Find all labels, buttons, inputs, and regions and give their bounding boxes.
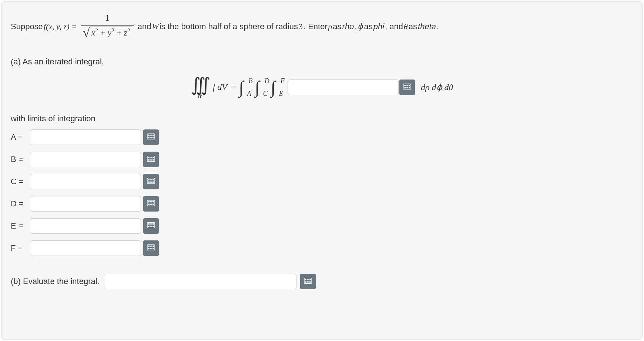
svg-rect-46 — [148, 248, 150, 249]
svg-rect-27 — [152, 182, 154, 183]
svg-rect-26 — [150, 182, 151, 183]
limit-input-d[interactable] — [30, 196, 141, 212]
limits-caption: with limits of integration — [11, 114, 633, 124]
prompt-text: Suppose f(x, y, z) = 1 √ x2 + y2 + z2 an… — [11, 11, 633, 42]
svg-rect-13 — [152, 137, 154, 138]
svg-rect-5 — [406, 87, 407, 88]
keypad-button-a[interactable] — [143, 129, 159, 145]
svg-rect-7 — [147, 134, 155, 139]
svg-rect-22 — [148, 179, 150, 180]
part-b-label: (b) Evaluate the integral. — [11, 277, 100, 289]
svg-rect-43 — [148, 246, 150, 247]
svg-rect-18 — [148, 159, 150, 161]
keypad-icon — [147, 200, 155, 207]
middle-integral-icon: ∫DC — [255, 78, 260, 96]
svg-rect-11 — [148, 137, 150, 138]
svg-rect-29 — [148, 201, 150, 202]
svg-rect-44 — [150, 246, 151, 247]
keypad-icon — [304, 278, 312, 285]
theta-text: theta — [418, 20, 436, 33]
svg-rect-36 — [148, 223, 150, 224]
svg-rect-15 — [148, 157, 150, 158]
inner-integral-icon: ∫FE — [271, 78, 276, 96]
svg-rect-54 — [307, 281, 308, 283]
svg-rect-6 — [409, 87, 410, 88]
keypad-icon — [147, 222, 155, 229]
svg-rect-10 — [152, 135, 154, 136]
keypad-button-d[interactable] — [143, 196, 159, 212]
part-b-row: (b) Evaluate the integral. — [11, 274, 633, 289]
svg-rect-55 — [309, 281, 311, 283]
f-dv: f dV — [213, 82, 227, 92]
svg-rect-12 — [150, 137, 151, 138]
limit-row-b: B = — [11, 152, 633, 167]
svg-rect-19 — [150, 159, 151, 161]
svg-rect-47 — [150, 248, 151, 249]
svg-rect-42 — [147, 245, 155, 250]
part-a-label: (a) As an iterated integral, — [11, 57, 633, 67]
keypad-button-c[interactable] — [143, 174, 159, 189]
svg-rect-23 — [150, 179, 151, 180]
svg-rect-28 — [147, 200, 155, 206]
limit-label-f: F = — [11, 243, 27, 256]
svg-rect-8 — [148, 135, 150, 136]
svg-rect-20 — [152, 159, 154, 161]
limit-input-c[interactable] — [30, 174, 141, 189]
limit-row-c: C = — [11, 174, 633, 189]
limit-input-f[interactable] — [30, 240, 141, 256]
svg-rect-34 — [152, 204, 154, 205]
svg-rect-41 — [152, 226, 154, 227]
limit-input-a[interactable] — [30, 129, 141, 145]
integrand-input[interactable] — [288, 80, 399, 95]
svg-rect-17 — [152, 157, 154, 158]
phi-text: phi — [373, 20, 384, 33]
keypad-button-evaluate[interactable] — [300, 274, 316, 289]
svg-rect-3 — [409, 85, 410, 86]
svg-rect-45 — [152, 246, 154, 247]
svg-rect-21 — [147, 178, 155, 184]
svg-rect-1 — [405, 85, 406, 86]
svg-rect-16 — [150, 157, 151, 158]
limit-input-b[interactable] — [30, 152, 141, 167]
rho-symbol: ρ — [328, 20, 332, 33]
limit-label-b: B = — [11, 155, 27, 167]
differentials: dρ dϕ dθ — [421, 82, 453, 92]
keypad-button-f[interactable] — [143, 240, 159, 256]
keypad-button-integrand[interactable] — [399, 80, 415, 95]
svg-rect-37 — [150, 223, 151, 224]
svg-rect-35 — [147, 223, 155, 228]
theta-symbol: θ — [404, 20, 408, 33]
iterated-integral-row: ∭ W f dV = ∫BA ∫DC ∫FE dρ dϕ dθ — [11, 75, 633, 99]
limit-input-e[interactable] — [30, 218, 141, 234]
keypad-button-e[interactable] — [143, 218, 159, 234]
limit-row-d: D = — [11, 196, 633, 212]
prompt-mid: and — [138, 20, 151, 33]
radicand: x2 + y2 + z2 — [90, 27, 132, 38]
limits-section: with limits of integration A = B = C = D… — [11, 114, 633, 256]
rho-text: rho — [342, 20, 354, 33]
svg-rect-40 — [150, 226, 151, 227]
svg-rect-2 — [406, 85, 407, 86]
f-lhs: f(x, y, z) = — [44, 20, 77, 33]
svg-rect-0 — [403, 84, 411, 90]
fraction-numerator: 1 — [103, 11, 112, 26]
svg-rect-14 — [147, 156, 155, 162]
keypad-button-b[interactable] — [143, 152, 159, 167]
fraction: 1 √ x2 + y2 + z2 — [81, 11, 134, 42]
prompt-lead: Suppose — [11, 20, 43, 33]
svg-rect-31 — [152, 201, 154, 202]
prompt-enter: . Enter — [303, 20, 328, 33]
radius-value: 3 — [299, 20, 303, 33]
limit-row-a: A = — [11, 129, 633, 145]
svg-rect-53 — [305, 281, 306, 283]
keypad-icon — [403, 84, 411, 91]
phi-symbol: ϕ — [358, 20, 363, 33]
svg-rect-51 — [307, 279, 308, 280]
region-w: W — [152, 20, 158, 33]
svg-rect-49 — [304, 278, 312, 284]
outer-integral-icon: ∫BA — [239, 78, 244, 96]
svg-rect-39 — [148, 226, 150, 227]
evaluate-input[interactable] — [104, 274, 296, 289]
svg-rect-50 — [305, 279, 306, 280]
limit-label-e: E = — [11, 221, 27, 234]
